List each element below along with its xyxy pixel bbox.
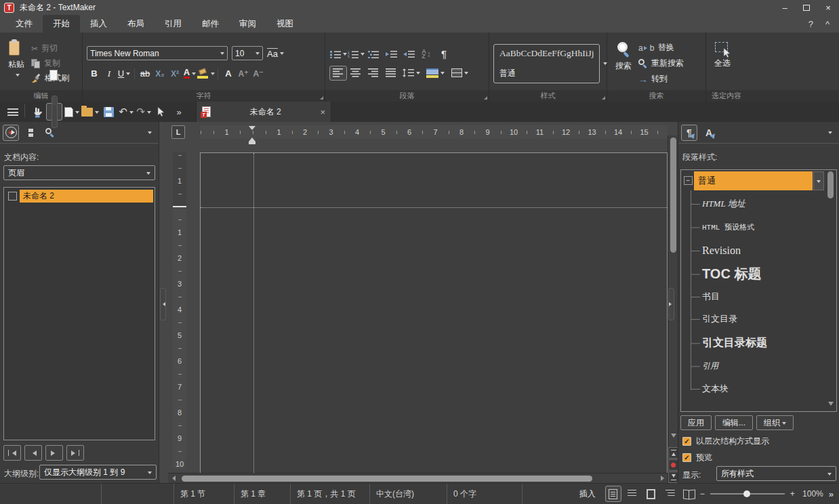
select-all-button[interactable]: 全选 [710,37,735,90]
document-tab[interactable]: T 未命名 2 × [196,102,331,122]
touch-mode-button[interactable] [28,103,45,121]
align-right-button[interactable] [365,66,382,81]
last-item-button[interactable] [66,445,84,461]
styles-scroll-down-icon[interactable] [828,402,834,408]
justify-button[interactable] [382,66,400,81]
next-page-button[interactable] [668,471,678,483]
increase-indent-button[interactable] [382,47,400,62]
tab-close-icon[interactable]: × [320,107,325,117]
goto-button[interactable]: →转到 [636,72,687,87]
menu-references[interactable]: 引用 [155,15,192,33]
numbered-list-button[interactable]: 123 [347,47,365,62]
next-item-button[interactable] [45,445,63,461]
sidebar-options-dropdown-icon[interactable] [148,131,152,136]
character-styles-button[interactable]: A [701,125,717,141]
style-item[interactable]: Revision [691,245,741,257]
paragraph-styles-button[interactable]: ¶ [681,125,697,141]
style-item[interactable]: 引用 [691,360,718,372]
scroll-left-icon[interactable] [168,476,176,481]
style-item[interactable]: TOC 标题 [691,265,761,283]
style-item[interactable]: HTML 地址 [691,198,745,210]
object-mode-button[interactable] [153,103,169,121]
align-center-button[interactable] [347,66,365,81]
style-item[interactable]: 书目 [691,291,720,303]
maximize-button[interactable] [796,0,817,15]
document-item-checkbox[interactable] [8,192,17,201]
style-item[interactable]: 引文目录 [691,313,737,325]
status-language[interactable]: 中文(台湾) [370,484,447,504]
cut-button[interactable]: ✂剪切 [28,41,72,56]
minimize-button[interactable]: – [774,0,796,15]
strikethrough-button[interactable]: ab [138,66,152,81]
page-view-button[interactable] [46,103,62,121]
menu-review[interactable]: 审阅 [229,15,266,33]
close-button[interactable]: × [817,0,839,15]
edit-style-button[interactable]: 编辑... [715,415,753,430]
bullet-list-button[interactable] [329,47,347,62]
zoom-slider[interactable]: − + [700,489,795,499]
menu-mailings[interactable]: 邮件 [192,15,229,33]
horizontal-scrollbar[interactable] [168,473,668,483]
horizontal-scroll-thumb[interactable] [182,476,592,482]
character-dialog-launcher[interactable] [320,96,323,100]
paragraph-dialog-launcher[interactable] [484,96,487,100]
browse-object-button[interactable] [668,459,678,471]
levels-button[interactable] [22,125,39,141]
style-preview-box[interactable]: AaBbCcDdEeFfGgHhIiJj 普通 [493,44,600,83]
left-panel-collapse-handle[interactable] [160,288,166,320]
organize-styles-button[interactable]: 组织 [756,415,794,430]
vertical-scroll-thumb[interactable] [670,138,676,253]
change-case-button[interactable]: Aa [267,46,284,61]
outline-view-button[interactable] [662,486,678,502]
menu-home[interactable]: 开始 [43,15,80,33]
sort-button[interactable]: AZ↕ [417,47,435,62]
scroll-right-icon[interactable] [659,476,668,481]
document-page[interactable] [200,152,668,473]
styles-scroll-thumb[interactable] [827,171,834,198]
new-document-button[interactable] [64,103,80,121]
style-item-normal[interactable]: 普通 [694,171,813,190]
zoom-out-icon[interactable]: − [700,489,705,499]
tab-stop-selector[interactable]: L [171,125,185,139]
subscript-button[interactable]: X₂ [152,66,167,81]
font-size-combo[interactable]: 10 [232,46,263,60]
clear-formatting-button[interactable]: A [221,66,236,81]
bold-button[interactable]: B [87,66,102,81]
navigator-button[interactable] [3,125,19,141]
preview-checkbox-row[interactable]: ✓ 预览 [682,452,712,463]
open-button[interactable] [81,103,99,121]
highlight-button[interactable] [197,66,215,81]
hierarchy-checkbox-row[interactable]: ✓ 以层次结构方式显示 [682,436,769,447]
styles-options-dropdown-icon[interactable] [828,131,832,136]
paste-button[interactable]: 粘贴 [4,37,28,90]
style-dialog-launcher[interactable] [602,96,605,100]
align-left-button[interactable] [329,66,347,81]
outline-level-select[interactable]: 仅显示大纲级别 1 到 9 [39,465,157,480]
underline-button[interactable]: U [117,66,131,81]
style-item[interactable]: 引文目录标题 [691,336,767,350]
shrink-font-button[interactable]: A⁻ [251,66,266,81]
document-item-row[interactable]: 未命名 2 [5,189,153,203]
help-button[interactable]: ? [809,19,813,29]
preview-checkbox[interactable]: ✓ [682,453,691,462]
copy-button[interactable]: 复制 [28,56,72,71]
document-content-select[interactable]: 页眉 [3,165,155,180]
menu-layout[interactable]: 布局 [117,15,155,33]
status-overflow-button[interactable]: » [829,489,834,499]
continuous-view-button[interactable] [624,486,640,502]
search-button[interactable]: 搜索 [611,37,636,90]
line-spacing-button[interactable] [400,66,423,81]
sidebar-menu-button[interactable] [5,103,21,121]
status-word-count[interactable]: 0 个字 [447,484,523,504]
right-panel-collapse-handle[interactable] [668,288,674,320]
tree-collapse-icon[interactable]: − [684,176,693,185]
zoom-slider-thumb[interactable] [743,490,750,497]
zoom-in-icon[interactable]: + [790,489,795,499]
indent-marker[interactable] [248,126,256,142]
status-section[interactable]: 第 1 节 [174,484,234,504]
redo-button[interactable]: ↷ [136,103,152,121]
menu-file[interactable]: 文件 [5,15,43,33]
font-name-combo[interactable]: Times New Roman [87,46,228,60]
superscript-button[interactable]: X² [167,66,182,81]
collapse-ribbon-button[interactable]: ^ [825,19,830,29]
